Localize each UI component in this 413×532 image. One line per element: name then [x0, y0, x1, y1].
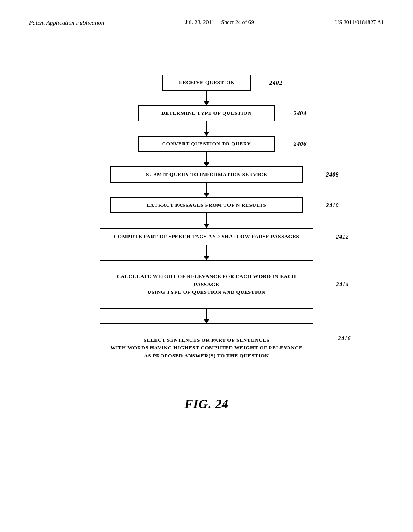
patent-number: US 2011/0184827 A1 [335, 19, 384, 26]
step-label-2416: 2416 [338, 334, 351, 343]
step-row-2402: RECEIVE QUESTION 2402 [162, 75, 251, 91]
step-row-2406: CONVERT QUESTION TO QUERY 2406 [138, 136, 275, 152]
arrow-2402-2404 [206, 91, 207, 105]
step-text-2406: CONVERT QUESTION TO QUERY [162, 141, 251, 147]
step-row-2404: DETERMINE TYPE OF QUESTION 2404 [138, 105, 275, 121]
step-label-2404: 2404 [294, 110, 307, 117]
header-date-sheet: Jul. 28, 2011 Sheet 24 of 69 [185, 19, 254, 26]
step-box-2412: COMPUTE PART OF SPEECH TAGS AND SHALLOW … [100, 228, 313, 245]
publication-date: Jul. 28, 2011 [185, 19, 214, 25]
step-row-2412: COMPUTE PART OF SPEECH TAGS AND SHALLOW … [100, 228, 313, 245]
step-label-2414: 2414 [336, 280, 349, 289]
step-text-2410: EXTRACT PASSAGES FROM TOP N RESULTS [147, 202, 267, 208]
step-box-2408: SUBMIT QUERY TO INFORMATION SERVICE 2408 [110, 166, 303, 183]
step-text-2412: COMPUTE PART OF SPEECH TAGS AND SHALLOW … [114, 233, 299, 239]
figure-caption-text: FIG. 24 [184, 397, 228, 411]
arrow-2404-2406 [206, 121, 207, 136]
step-text-2402: RECEIVE QUESTION [178, 79, 234, 85]
step-row-2416: SELECT SENTENCES OR PART OF SENTENCES WI… [100, 323, 313, 372]
arrow-2406-2408 [206, 152, 207, 166]
step-text-2408: SUBMIT QUERY TO INFORMATION SERVICE [146, 171, 267, 177]
step-text-2404: DETERMINE TYPE OF QUESTION [161, 110, 252, 116]
step-box-2404: DETERMINE TYPE OF QUESTION 2404 [138, 105, 275, 121]
step-box-2414: CALCULATE WEIGHT OF RELEVANCE FOR EACH W… [100, 260, 313, 309]
step-box-2410: EXTRACT PASSAGES FROM TOP N RESULTS 2410 [110, 197, 303, 213]
figure-caption: FIG. 24 [184, 397, 228, 411]
step-text-2416: SELECT SENTENCES OR PART OF SENTENCES WI… [111, 337, 303, 359]
sheet-info: Sheet 24 of 69 [221, 19, 254, 25]
step-box-2416: SELECT SENTENCES OR PART OF SENTENCES WI… [100, 323, 313, 372]
step-text-2414: CALCULATE WEIGHT OF RELEVANCE FOR EACH W… [117, 273, 296, 295]
flow-wrapper: RECEIVE QUESTION 2402 DETERMINE TYPE OF … [100, 75, 313, 372]
publication-title: Patent Application Publication [29, 19, 104, 26]
step-row-2410: EXTRACT PASSAGES FROM TOP N RESULTS 2410 [110, 197, 303, 213]
step-box-2402: RECEIVE QUESTION 2402 [162, 75, 251, 91]
step-row-2414: CALCULATE WEIGHT OF RELEVANCE FOR EACH W… [100, 260, 313, 309]
step-label-2408: 2408 [326, 171, 339, 178]
step-label-2410: 2410 [326, 202, 339, 209]
arrow-2412-2414 [206, 245, 207, 260]
step-label-2412: 2412 [336, 232, 349, 241]
step-label-2402: 2402 [269, 79, 282, 86]
flowchart-diagram: RECEIVE QUESTION 2402 DETERMINE TYPE OF … [0, 75, 413, 411]
step-label-2406: 2406 [294, 141, 307, 148]
step-box-2406: CONVERT QUESTION TO QUERY 2406 [138, 136, 275, 152]
publication-label: Patent Application Publication [29, 19, 104, 26]
patent-id: US 2011/0184827 A1 [335, 19, 384, 25]
step-row-2408: SUBMIT QUERY TO INFORMATION SERVICE 2408 [110, 166, 303, 183]
arrow-2410-2412 [206, 213, 207, 228]
arrow-2408-2410 [206, 183, 207, 197]
page-header: Patent Application Publication Jul. 28, … [0, 0, 413, 26]
arrow-2414-2416 [206, 309, 207, 323]
